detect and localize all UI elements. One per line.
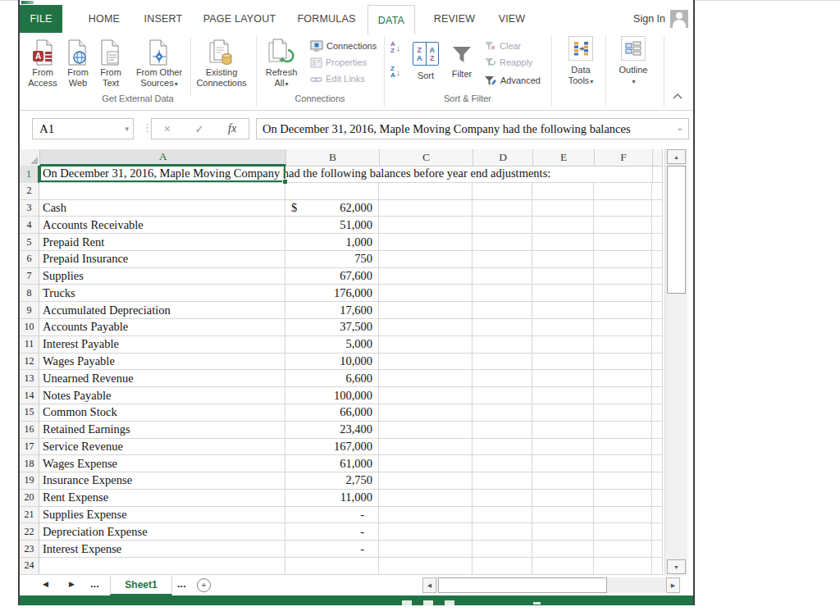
grid-cell[interactable]: 100,000 (285, 387, 379, 404)
grid-cell[interactable] (652, 455, 663, 472)
grid-cell[interactable] (532, 200, 594, 217)
grid-cell[interactable] (379, 319, 472, 335)
from-access-button[interactable]: A FromAccess (25, 36, 61, 88)
grid-cell[interactable]: 5,000 (285, 336, 379, 353)
row-header[interactable]: 21 (20, 507, 39, 523)
grid-cell[interactable]: Cash (39, 200, 285, 217)
grid-cell[interactable] (594, 200, 652, 217)
grid-cell[interactable] (39, 558, 285, 574)
sort-button[interactable]: ZA AZ Sort (410, 36, 441, 81)
from-web-button[interactable]: FromWeb (62, 36, 94, 88)
grid-cell[interactable] (652, 285, 663, 301)
grid-cell[interactable] (379, 183, 472, 199)
grid-cell[interactable]: 51,000 (285, 217, 379, 233)
grid-cell[interactable]: Unearned Revenue (39, 370, 285, 386)
view-normal-icon-fragment[interactable] (402, 600, 412, 605)
from-text-button[interactable]: FromText (95, 36, 126, 88)
grid-cell[interactable] (472, 439, 532, 455)
grid-cell[interactable] (472, 472, 532, 489)
grid-cell[interactable] (594, 183, 652, 199)
grid-cell[interactable] (532, 336, 594, 353)
row-header[interactable]: 18 (20, 455, 39, 472)
grid-cell[interactable] (532, 387, 594, 404)
grid-cell[interactable] (652, 183, 663, 199)
grid-cell[interactable] (39, 183, 285, 199)
grid-cell[interactable]: - (285, 507, 379, 523)
insert-function-icon[interactable]: fx (228, 122, 236, 135)
row-header[interactable]: 22 (20, 523, 39, 540)
grid-cell[interactable] (594, 251, 652, 267)
tab-page-layout[interactable]: PAGE LAYOUT (200, 5, 279, 33)
grid-cell[interactable] (532, 217, 594, 233)
grid-cell[interactable]: Retained Earnings (39, 422, 285, 438)
grid-cell[interactable] (652, 541, 663, 557)
grid-cell[interactable] (594, 336, 652, 353)
vertical-scrollbar[interactable]: ▲ ▼ (664, 149, 687, 576)
grid-cell[interactable]: 167,000 (285, 439, 379, 455)
refresh-all-button[interactable]: RefreshAll▾ (259, 36, 304, 89)
grid-cell[interactable] (532, 302, 594, 318)
grid-cell[interactable] (472, 302, 532, 318)
grid-cell[interactable]: 66,000 (285, 404, 379, 421)
grid-cell[interactable] (652, 422, 663, 438)
row-header[interactable]: 10 (20, 319, 39, 335)
grid-cell[interactable] (594, 541, 652, 557)
column-header-b[interactable]: B (286, 149, 380, 166)
grid-cell[interactable]: On December 31, 2016, Maple Moving Compa… (39, 166, 663, 183)
grid-cell[interactable]: 176,000 (285, 285, 379, 301)
grid-cell[interactable] (652, 523, 663, 540)
grid-cell[interactable]: Rent Expense (39, 490, 285, 506)
grid-cell[interactable] (652, 354, 663, 370)
filter-button[interactable]: Filter (445, 36, 479, 80)
tab-home[interactable]: HOME (77, 5, 131, 33)
grid-cell[interactable] (472, 523, 532, 540)
view-page-layout-icon-fragment[interactable] (423, 600, 433, 605)
sheet-ellipsis-right[interactable]: ... (177, 577, 186, 590)
grid-cell[interactable] (594, 319, 652, 335)
grid-cell[interactable]: Depreciation Expense (39, 523, 285, 540)
grid-cell[interactable] (652, 336, 663, 353)
grid-cell[interactable] (379, 472, 472, 489)
grid-cell[interactable] (532, 541, 594, 557)
tab-data[interactable]: DATA (368, 5, 415, 34)
horizontal-scrollbar-thumb[interactable] (438, 577, 607, 593)
row-header[interactable]: 17 (20, 439, 39, 455)
grid-cell[interactable] (472, 336, 532, 353)
grid-cell[interactable] (652, 558, 663, 574)
sign-in-button[interactable]: Sign In (633, 5, 688, 33)
grid-cell[interactable] (652, 268, 663, 285)
zoom-slider-fragment[interactable] (533, 602, 541, 605)
grid-cell[interactable] (379, 422, 472, 438)
grid-cell[interactable] (532, 404, 594, 421)
grid-cell[interactable] (594, 422, 652, 438)
column-header-c[interactable]: C (380, 149, 473, 166)
grid-cell[interactable] (379, 387, 472, 404)
grid-cell[interactable]: Interest Payable (39, 336, 285, 353)
grid-cell[interactable] (532, 268, 594, 285)
grid-cell[interactable] (532, 523, 594, 540)
grid-cell[interactable]: Common Stock (39, 404, 285, 421)
grid-cell[interactable] (472, 455, 532, 472)
previous-sheet-icon[interactable]: ◀ (43, 580, 48, 588)
select-all-corner[interactable] (20, 149, 40, 166)
grid-cell[interactable] (472, 541, 532, 557)
grid-cell[interactable] (379, 200, 472, 217)
grid-cell[interactable] (594, 285, 652, 301)
row-header[interactable]: 13 (20, 370, 39, 386)
grid-cell[interactable] (652, 404, 663, 421)
scroll-down-button[interactable]: ▼ (667, 559, 686, 574)
grid-cell[interactable] (472, 268, 532, 285)
grid-cell[interactable]: 17,600 (285, 302, 379, 318)
grid-cell[interactable] (652, 387, 663, 404)
grid-cell[interactable] (379, 490, 472, 506)
grid-cell[interactable] (594, 234, 652, 250)
scroll-left-button[interactable]: ◀ (422, 577, 436, 593)
grid-cell[interactable] (379, 251, 472, 267)
grid-cell[interactable]: Supplies (39, 268, 285, 285)
grid-cell[interactable]: 2,750 (285, 472, 379, 489)
grid-cell[interactable] (472, 422, 532, 438)
next-sheet-icon[interactable]: ▶ (69, 580, 75, 588)
grid-cell[interactable] (652, 370, 663, 386)
grid-cell[interactable] (285, 183, 379, 199)
grid-cell[interactable] (285, 558, 379, 574)
